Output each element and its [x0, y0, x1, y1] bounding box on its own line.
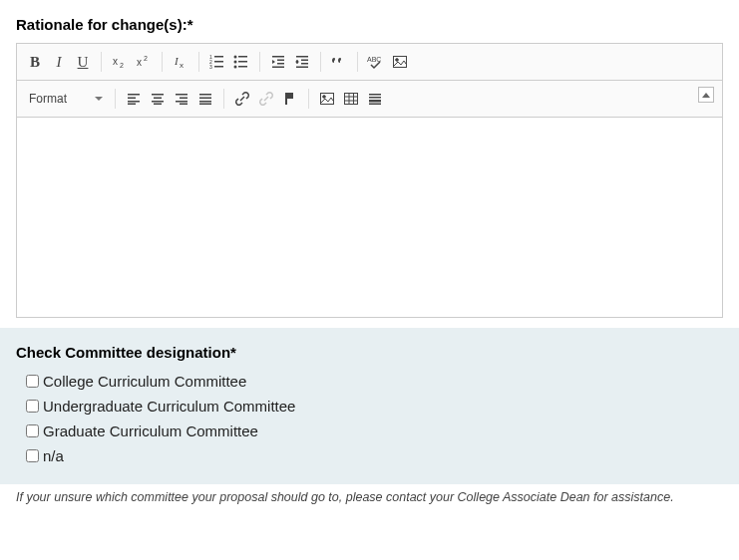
toolbar-collapse-button[interactable] [698, 87, 714, 103]
committee-option-label: Undergraduate Curriculum Committee [43, 398, 295, 415]
superscript-button[interactable]: x2 [132, 50, 156, 74]
committee-option[interactable]: College Curriculum Committee [26, 373, 723, 390]
indent-button[interactable] [290, 50, 314, 74]
svg-rect-11 [214, 66, 223, 68]
svg-rect-52 [345, 94, 358, 105]
committee-option-label: Graduate Curriculum Committee [43, 422, 258, 439]
committee-section: Check Committee designation* College Cur… [0, 328, 739, 484]
bold-button[interactable]: B [23, 50, 47, 74]
svg-rect-36 [152, 94, 164, 96]
format-dropdown-label: Format [29, 92, 67, 106]
remove-format-button[interactable]: Ix [169, 50, 192, 74]
rationale-editor-area[interactable] [17, 118, 722, 317]
svg-rect-32 [128, 94, 140, 96]
spellcheck-button[interactable]: ABC [364, 50, 388, 74]
svg-rect-7 [214, 56, 223, 58]
committee-option-label: College Curriculum Committee [43, 373, 246, 390]
committee-option-label: n/a [43, 447, 64, 464]
svg-rect-38 [152, 101, 164, 103]
svg-rect-9 [214, 61, 223, 63]
editor-toolbar-row-2: Format [17, 81, 722, 118]
rich-text-editor: B I U x2 x2 Ix 123 [16, 43, 723, 318]
link-button[interactable] [230, 87, 254, 111]
svg-rect-42 [176, 101, 187, 103]
editor-toolbar-row-1: B I U x2 x2 Ix 123 [17, 44, 722, 81]
svg-rect-43 [180, 104, 187, 106]
svg-rect-28 [296, 67, 308, 69]
committee-option[interactable]: Undergraduate Curriculum Committee [26, 398, 723, 415]
svg-rect-37 [154, 98, 162, 100]
svg-rect-49 [285, 93, 287, 105]
underline-button[interactable]: U [71, 50, 95, 74]
svg-rect-41 [180, 98, 187, 100]
svg-rect-44 [199, 94, 211, 96]
svg-rect-39 [154, 104, 162, 106]
blockquote-button[interactable] [327, 50, 351, 74]
svg-point-31 [396, 59, 399, 62]
svg-rect-58 [369, 97, 381, 99]
svg-rect-40 [176, 94, 187, 96]
svg-rect-22 [272, 67, 284, 69]
committee-option[interactable]: Graduate Curriculum Committee [26, 422, 723, 439]
svg-point-14 [234, 61, 237, 64]
svg-rect-27 [301, 63, 308, 65]
svg-rect-15 [238, 61, 247, 63]
svg-rect-47 [199, 104, 211, 106]
svg-point-12 [234, 56, 237, 59]
svg-rect-23 [296, 56, 308, 58]
insert-image-button[interactable] [315, 87, 339, 111]
align-justify-button[interactable] [193, 87, 217, 111]
horizontal-rule-button[interactable] [363, 87, 387, 111]
align-left-button[interactable] [122, 87, 146, 111]
svg-marker-19 [272, 60, 275, 64]
svg-rect-59 [369, 100, 381, 103]
rationale-section: Rationale for change(s):* B I U x2 x2 [0, 0, 739, 328]
svg-rect-60 [369, 104, 381, 106]
align-center-button[interactable] [146, 87, 170, 111]
svg-rect-26 [301, 60, 308, 62]
svg-rect-17 [238, 66, 247, 68]
svg-rect-33 [128, 98, 136, 100]
svg-text:x: x [180, 61, 184, 70]
svg-rect-35 [128, 104, 136, 106]
svg-rect-18 [272, 56, 284, 58]
svg-text:2: 2 [120, 62, 124, 69]
format-dropdown[interactable]: Format [23, 87, 109, 111]
svg-rect-46 [199, 101, 211, 103]
svg-rect-34 [128, 101, 140, 103]
subscript-button[interactable]: x2 [108, 50, 132, 74]
committee-checkbox-graduate[interactable] [26, 424, 39, 437]
svg-point-51 [323, 96, 326, 99]
svg-rect-21 [277, 63, 284, 65]
svg-rect-57 [369, 94, 381, 96]
svg-text:2: 2 [144, 55, 148, 62]
italic-button[interactable]: I [47, 50, 71, 74]
svg-text:3: 3 [209, 64, 212, 70]
svg-text:x: x [137, 57, 142, 68]
outdent-button[interactable] [266, 50, 290, 74]
committee-checkbox-undergraduate[interactable] [26, 400, 39, 413]
anchor-button[interactable] [278, 87, 302, 111]
rationale-label: Rationale for change(s):* [16, 16, 723, 33]
image-button[interactable] [388, 50, 412, 74]
unlink-button[interactable] [254, 87, 278, 111]
committee-help-text: If your unsure which committee your prop… [0, 484, 739, 518]
table-button[interactable] [339, 87, 363, 111]
bullet-list-button[interactable] [229, 50, 253, 74]
svg-point-16 [234, 66, 237, 69]
committee-label: Check Committee designation* [16, 344, 723, 361]
svg-rect-13 [238, 56, 247, 58]
svg-text:x: x [113, 56, 118, 67]
align-right-button[interactable] [170, 87, 193, 111]
numbered-list-button[interactable]: 123 [205, 50, 229, 74]
chevron-down-icon [95, 97, 103, 101]
committee-checkbox-na[interactable] [26, 449, 39, 462]
chevron-up-icon [702, 93, 710, 98]
svg-rect-20 [277, 60, 284, 62]
svg-rect-45 [199, 98, 211, 100]
committee-checkbox-college[interactable] [26, 375, 39, 388]
committee-option[interactable]: n/a [26, 447, 723, 464]
